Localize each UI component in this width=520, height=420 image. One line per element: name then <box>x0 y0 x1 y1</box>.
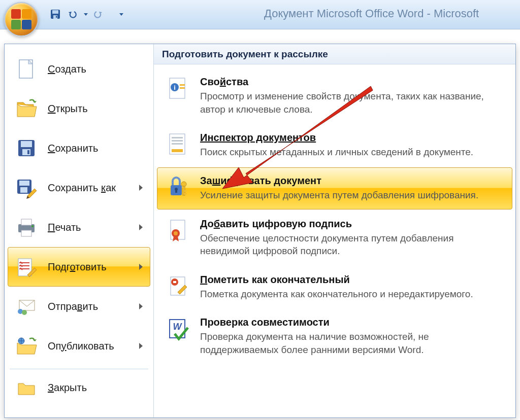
properties-icon: i <box>165 75 191 101</box>
prepare-item-title: Инспектор документов <box>200 132 505 144</box>
menu-item-label: Опубликовать <box>48 340 114 352</box>
quick-access-toolbar <box>48 7 123 21</box>
svg-rect-24 <box>180 84 185 86</box>
prepare-item-title: Добавить цифровую подпись <box>200 218 505 230</box>
svg-rect-1 <box>52 10 58 14</box>
svg-rect-3 <box>56 16 57 18</box>
svg-text:i: i <box>174 84 176 91</box>
new-doc-icon <box>14 58 39 80</box>
svg-rect-8 <box>27 150 29 154</box>
menu-item-open[interactable]: Открыть <box>8 89 150 128</box>
chevron-right-icon <box>139 303 143 309</box>
chevron-right-icon <box>139 264 143 270</box>
mark-final-icon <box>165 273 191 299</box>
prepare-item-desc: Обеспечение целостности документа путем … <box>200 232 505 258</box>
office-menu-right: Подготовить документ к рассылке i Свойст… <box>154 44 515 417</box>
menu-item-send[interactable]: Отправить <box>8 287 150 326</box>
svg-rect-30 <box>172 149 183 152</box>
svg-point-19 <box>22 310 27 315</box>
prepare-item-compatibility[interactable]: W Проверка совместимости Проверка докуме… <box>157 309 512 364</box>
menu-item-new[interactable]: Создать <box>8 49 150 89</box>
menu-item-label: Подготовить <box>48 261 107 273</box>
svg-rect-43 <box>173 281 176 283</box>
menu-item-label: Открыть <box>48 103 88 115</box>
menu-item-label: Сохранить как <box>48 182 116 194</box>
window-title: Документ Microsoft Office Word - Microso… <box>264 7 479 20</box>
prepare-item-signature[interactable]: Добавить цифровую подпись Обеспечение це… <box>157 211 512 265</box>
menu-item-label: Сохранить <box>48 143 98 154</box>
prepare-item-desc: Пометка документа как окончательного и н… <box>200 288 505 301</box>
menu-item-label: Печать <box>48 222 81 233</box>
prepare-item-final[interactable]: Пометить как окончательный Пометка докум… <box>157 266 512 308</box>
svg-rect-33 <box>175 189 177 193</box>
office-logo-icon <box>11 9 31 29</box>
svg-point-15 <box>31 225 34 227</box>
svg-rect-25 <box>180 87 185 89</box>
menu-item-prepare[interactable]: Подготовить <box>8 247 150 287</box>
undo-dropdown-icon[interactable] <box>84 13 88 16</box>
save-icon[interactable] <box>48 7 62 21</box>
compatibility-icon: W <box>165 316 191 342</box>
svg-rect-27 <box>172 137 183 138</box>
office-menu-left: Создать Открыть Сохранить Сохранить как <box>5 44 154 417</box>
menu-item-save[interactable]: Сохранить <box>8 128 150 168</box>
svg-point-40 <box>174 231 178 235</box>
office-button[interactable] <box>4 2 39 37</box>
prepare-item-title: Свойства <box>200 76 505 88</box>
save-disk-icon <box>14 137 39 159</box>
print-icon <box>14 216 39 238</box>
svg-rect-11 <box>20 187 27 193</box>
svg-rect-29 <box>172 143 183 145</box>
svg-rect-37 <box>184 193 187 195</box>
svg-rect-10 <box>19 181 29 186</box>
publish-icon <box>14 335 39 357</box>
svg-text:W: W <box>173 322 183 332</box>
close-folder-icon <box>14 376 39 399</box>
chevron-right-icon <box>139 224 143 230</box>
titlebar: Документ Microsoft Office Word - Microso… <box>0 0 520 29</box>
svg-rect-14 <box>21 230 31 236</box>
save-as-icon <box>14 177 39 199</box>
prepare-icon <box>14 256 39 278</box>
prepare-item-title: Зашифровать документ <box>200 175 505 187</box>
menu-item-save-as[interactable]: Сохранить как <box>8 168 150 207</box>
menu-item-close[interactable]: Закрыть <box>8 372 150 403</box>
menu-item-print[interactable]: Печать <box>8 207 150 247</box>
prepare-item-desc: Усиление защиты документа путем добавлен… <box>200 189 505 202</box>
signature-icon <box>165 217 191 243</box>
menu-item-label: Закрыть <box>48 382 87 394</box>
open-folder-icon <box>14 97 39 120</box>
send-icon <box>14 295 39 318</box>
prepare-item-title: Проверка совместимости <box>200 317 505 328</box>
office-menu-panel: Создать Открыть Сохранить Сохранить как <box>4 44 516 418</box>
redo-icon[interactable] <box>91 7 105 21</box>
prepare-item-desc: Проверка документа на наличие возможност… <box>200 330 505 356</box>
menu-item-label: Создать <box>48 63 86 75</box>
prepare-item-desc: Поиск скрытых метаданных и личных сведен… <box>200 146 505 159</box>
encrypt-lock-icon <box>165 174 191 200</box>
qat-customize-icon[interactable] <box>119 13 123 16</box>
svg-rect-36 <box>184 190 187 192</box>
inspector-icon <box>165 131 191 157</box>
chevron-right-icon <box>139 185 143 191</box>
menu-item-label: Отправить <box>48 301 98 312</box>
chevron-right-icon <box>139 343 143 349</box>
undo-icon[interactable] <box>66 7 80 21</box>
prepare-item-encrypt[interactable]: Зашифровать документ Усиление защиты док… <box>157 167 512 209</box>
prepare-item-inspector[interactable]: Инспектор документов Поиск скрытых метад… <box>157 124 512 166</box>
svg-rect-13 <box>21 219 31 225</box>
svg-rect-28 <box>172 140 183 142</box>
svg-rect-6 <box>21 141 32 147</box>
prepare-item-desc: Просмотр и изменение свойств документа, … <box>200 90 505 116</box>
menu-item-publish[interactable]: Опубликовать <box>8 326 150 366</box>
prepare-item-properties[interactable]: i Свойства Просмотр и изменение свойств … <box>157 68 512 123</box>
prepare-panel-header: Подготовить документ к рассылке <box>154 44 515 64</box>
prepare-item-title: Пометить как окончательный <box>200 274 505 286</box>
